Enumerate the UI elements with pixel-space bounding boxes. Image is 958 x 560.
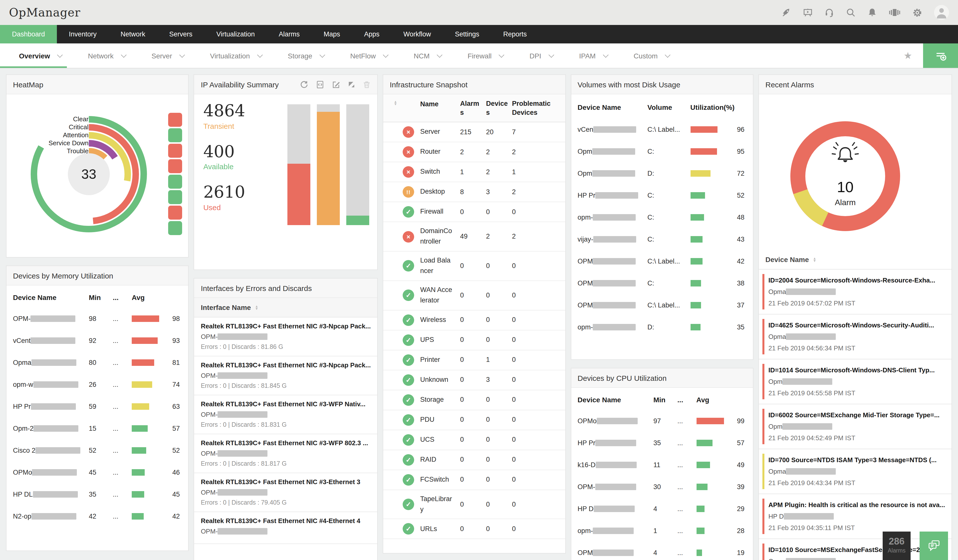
column-header-device-name[interactable]: Device Name▲▼ [759, 250, 952, 270]
nav-item-alarms[interactable]: Alarms [267, 25, 312, 43]
volume-row[interactable]: OpmD:72 [577, 162, 747, 184]
table-row[interactable]: opm-w26...74 [13, 373, 182, 395]
interface-row[interactable]: Realtek RTL8139C+ Fast Ethernet NIC #3-N… [194, 317, 377, 356]
refresh-icon[interactable] [300, 80, 308, 89]
infra-row-ups[interactable]: ✓UPS000 [383, 330, 565, 350]
app-switcher-icon[interactable] [889, 8, 901, 17]
volume-row[interactable]: opm-C:48 [577, 206, 747, 228]
rocket-icon[interactable] [781, 8, 791, 17]
user-avatar[interactable] [934, 5, 949, 20]
status-square[interactable] [168, 175, 182, 189]
infra-row-server[interactable]: ×Server215207 [383, 122, 565, 142]
column-header-problematic[interactable]: Problematic Devices [512, 99, 558, 117]
tab-virtualization[interactable]: Virtualization [210, 43, 262, 68]
tab-dpi[interactable]: DPI [530, 43, 554, 68]
volume-row[interactable]: OPMC:38 [577, 272, 747, 294]
table-row[interactable]: OPM-98...98 [13, 308, 182, 329]
infra-row-load-balancer[interactable]: ✓Load Balancer000 [383, 252, 565, 281]
column-header-avg[interactable]: Avg [696, 396, 709, 404]
infra-row-urls[interactable]: ✓URLs000 [383, 519, 565, 539]
interface-row[interactable]: Realtek RTL8139C+ Fast Ethernet NIC #3-W… [194, 395, 377, 434]
infra-row-desktop[interactable]: !!Desktop832 [383, 182, 565, 202]
sort-icon[interactable]: ▲▼ [394, 100, 397, 105]
presentation-icon[interactable] [803, 8, 813, 17]
column-header-alarms[interactable]: Alarms [460, 99, 482, 117]
nav-item-maps[interactable]: Maps [312, 25, 352, 43]
infra-row-ucs[interactable]: ✓UCS000 [383, 430, 565, 450]
alarm-row[interactable]: ID=6002 Source=MSExchange Mid-Tier Stora… [759, 404, 952, 449]
column-header-volume[interactable]: Volume [647, 103, 690, 111]
volume-row[interactable]: vCenC:\ Label...96 [577, 118, 747, 140]
embed-icon[interactable] [316, 80, 324, 89]
infra-row-printer[interactable]: ✓Printer010 [383, 350, 565, 370]
search-icon[interactable] [846, 8, 856, 17]
volume-row[interactable]: OPMC:\ Label...42 [577, 250, 747, 272]
status-square[interactable] [168, 206, 182, 220]
tab-ncm[interactable]: NCM [414, 43, 442, 68]
column-header-utilization[interactable]: Utilization(%) [690, 103, 734, 111]
infra-row-unknown[interactable]: ✓Unknown030 [383, 370, 565, 390]
tab-firewall[interactable]: Firewall [468, 43, 503, 68]
volume-row[interactable]: HP PrC:52 [577, 184, 747, 206]
status-square[interactable] [168, 190, 182, 204]
nav-item-dashboard[interactable]: Dashboard [0, 25, 57, 43]
table-row[interactable]: N2-op42...42 [13, 505, 182, 527]
column-header-min[interactable]: Min [653, 396, 677, 404]
tab-netflow[interactable]: NetFlow [350, 43, 388, 68]
column-header-devices[interactable]: Devices [486, 99, 508, 117]
delete-icon[interactable] [363, 80, 371, 88]
table-row[interactable]: opm-1...28 [577, 520, 747, 541]
column-header-device[interactable]: Device Name [577, 103, 647, 111]
alarm-row[interactable]: ID=700 Source=NTDS ISAM Type=3 Message=N… [759, 449, 952, 494]
column-header-device-name[interactable]: Device Name [577, 396, 653, 404]
table-row[interactable]: Opma80...81 [13, 351, 182, 373]
nav-item-reports[interactable]: Reports [491, 25, 539, 43]
nav-item-settings[interactable]: Settings [443, 25, 491, 43]
interface-row[interactable]: Realtek RTL8139C+ Fast Ethernet NIC #3-N… [194, 356, 377, 395]
nav-item-network[interactable]: Network [108, 25, 157, 43]
tab-overview[interactable]: Overview [19, 43, 62, 68]
nav-item-virtualization[interactable]: Virtualization [204, 25, 267, 43]
table-row[interactable]: OPMo45...46 [13, 461, 182, 483]
table-row[interactable]: k16-D11...49 [577, 454, 747, 476]
status-square[interactable] [168, 128, 182, 142]
interface-row[interactable]: Realtek RTL8139C+ Fast Ethernet NIC #3-E… [194, 473, 377, 512]
headset-icon[interactable] [824, 8, 834, 17]
table-row[interactable]: OPM4...19 [577, 541, 747, 560]
infra-row-wan-accelerator[interactable]: ✓WAN Accelerator000 [383, 281, 565, 311]
infra-row-pdu[interactable]: ✓PDU000 [383, 410, 565, 430]
infra-row-switch[interactable]: ×Switch121 [383, 162, 565, 182]
chat-support-button[interactable] [920, 531, 948, 560]
volume-row[interactable]: OpmC:95 [577, 140, 747, 162]
column-header-device-name[interactable]: Device Name [13, 293, 89, 301]
volume-row[interactable]: vijay-C:43 [577, 228, 747, 250]
status-square[interactable] [168, 159, 182, 173]
tab-custom[interactable]: Custom [634, 43, 669, 68]
infra-row-storage[interactable]: ✓Storage000 [383, 390, 565, 410]
tab-server[interactable]: Server [151, 43, 184, 68]
table-row[interactable]: vCent92...93 [13, 329, 182, 351]
edit-icon[interactable] [332, 80, 340, 89]
alarm-row[interactable]: ID=4625 Source=Microsoft-Windows-Securit… [759, 314, 952, 359]
infra-row-wireless[interactable]: ✓Wireless000 [383, 310, 565, 330]
nav-item-apps[interactable]: Apps [352, 25, 392, 43]
table-row[interactable]: HP Pr35...57 [577, 432, 747, 454]
alarm-row[interactable]: ID=2004 Source=Microsoft-Windows-Resourc… [759, 270, 952, 314]
infra-row-domaincontroller[interactable]: ×DomainController4922 [383, 222, 565, 252]
table-row[interactable]: OPM-30...39 [577, 476, 747, 498]
nav-item-workflow[interactable]: Workflow [392, 25, 443, 43]
bell-icon[interactable] [867, 8, 877, 17]
table-row[interactable]: Opm-215...57 [13, 417, 182, 439]
infra-row-raid[interactable]: ✓RAID000 [383, 450, 565, 470]
alarm-count-badge[interactable]: 286 Alarms [883, 531, 910, 560]
column-header-name[interactable]: Name [420, 99, 453, 117]
alarm-row[interactable]: ID=1014 Source=Microsoft-Windows-DNS-Cli… [759, 359, 952, 404]
table-row[interactable]: HP D4...29 [577, 498, 747, 520]
status-square[interactable] [168, 221, 182, 235]
volume-row[interactable]: OPMC:\ Label...37 [577, 294, 747, 316]
interface-row[interactable]: Realtek RTL8139C+ Fast Ethernet NIC #4-E… [194, 512, 377, 544]
gear-icon[interactable] [912, 7, 923, 18]
table-row[interactable]: HP Pr59...63 [13, 395, 182, 417]
tab-ipam[interactable]: IPAM [579, 43, 607, 68]
table-row[interactable]: Cisco 252...52 [13, 439, 182, 461]
